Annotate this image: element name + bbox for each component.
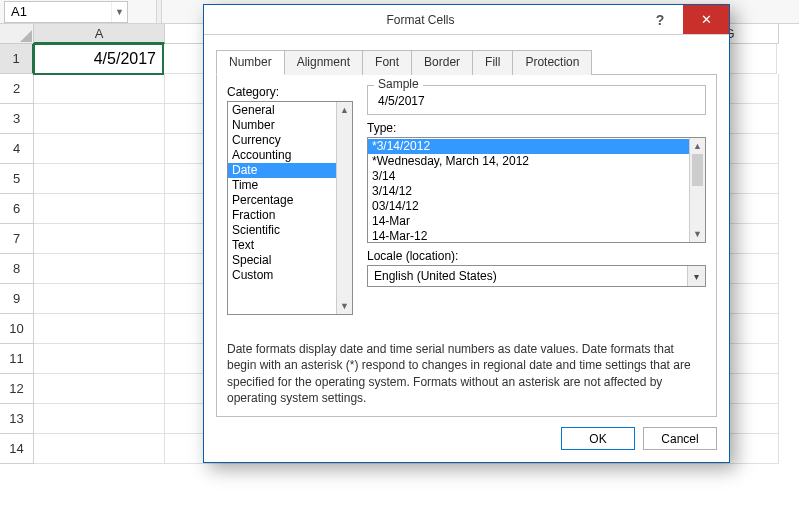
- locale-value: English (United States): [368, 269, 687, 283]
- cell[interactable]: [34, 404, 165, 434]
- list-item[interactable]: Custom: [228, 268, 336, 283]
- dialog-tabs: NumberAlignmentFontBorderFillProtection: [216, 49, 717, 74]
- cell[interactable]: [34, 344, 165, 374]
- list-item[interactable]: 14-Mar-12: [368, 229, 689, 242]
- type-listbox[interactable]: *3/14/2012*Wednesday, March 14, 20123/14…: [367, 137, 706, 243]
- row-header[interactable]: 10: [0, 314, 34, 344]
- row-header[interactable]: 14: [0, 434, 34, 464]
- dialog-titlebar[interactable]: Format Cells ? ✕: [204, 5, 729, 35]
- row-header[interactable]: 12: [0, 374, 34, 404]
- select-all-corner[interactable]: [0, 24, 34, 44]
- cancel-button[interactable]: Cancel: [643, 427, 717, 450]
- list-item[interactable]: *3/14/2012: [368, 139, 689, 154]
- row-header[interactable]: 13: [0, 404, 34, 434]
- chevron-down-icon[interactable]: ▼: [111, 2, 127, 22]
- scrollbar[interactable]: ▲ ▼: [689, 138, 705, 242]
- category-listbox[interactable]: GeneralNumberCurrencyAccountingDateTimeP…: [227, 101, 353, 315]
- list-item[interactable]: General: [228, 103, 336, 118]
- cell[interactable]: [34, 134, 165, 164]
- cell[interactable]: [34, 284, 165, 314]
- format-description: Date formats display date and time seria…: [227, 341, 706, 406]
- tab-font[interactable]: Font: [362, 50, 412, 75]
- cell[interactable]: [34, 254, 165, 284]
- list-item[interactable]: Number: [228, 118, 336, 133]
- row-header[interactable]: 4: [0, 134, 34, 164]
- list-item[interactable]: Currency: [228, 133, 336, 148]
- help-button[interactable]: ?: [637, 5, 683, 34]
- row-header[interactable]: 11: [0, 344, 34, 374]
- list-item[interactable]: Text: [228, 238, 336, 253]
- locale-label: Locale (location):: [367, 249, 706, 263]
- type-label: Type:: [367, 121, 706, 135]
- category-label: Category:: [227, 85, 353, 99]
- cell[interactable]: [34, 74, 165, 104]
- list-item[interactable]: 14-Mar: [368, 214, 689, 229]
- list-item[interactable]: Scientific: [228, 223, 336, 238]
- scroll-down-icon[interactable]: ▼: [337, 298, 352, 314]
- row-header[interactable]: 1: [0, 44, 34, 74]
- row-header[interactable]: 3: [0, 104, 34, 134]
- row-header[interactable]: 8: [0, 254, 34, 284]
- cell[interactable]: [34, 434, 165, 464]
- name-box-value: A1: [5, 4, 111, 19]
- row-header[interactable]: 7: [0, 224, 34, 254]
- list-item[interactable]: 03/14/12: [368, 199, 689, 214]
- tab-number-page: Category: GeneralNumberCurrencyAccountin…: [216, 74, 717, 417]
- scroll-down-icon[interactable]: ▼: [690, 226, 705, 242]
- cell[interactable]: [34, 374, 165, 404]
- chevron-down-icon[interactable]: ▾: [687, 266, 705, 286]
- cell[interactable]: [34, 164, 165, 194]
- scrollbar-thumb[interactable]: [692, 154, 703, 186]
- tab-number[interactable]: Number: [216, 50, 285, 75]
- list-item[interactable]: Accounting: [228, 148, 336, 163]
- row-header[interactable]: 6: [0, 194, 34, 224]
- list-item[interactable]: 3/14/12: [368, 184, 689, 199]
- list-item[interactable]: Special: [228, 253, 336, 268]
- list-item[interactable]: Time: [228, 178, 336, 193]
- close-icon: ✕: [701, 12, 712, 27]
- list-item[interactable]: *Wednesday, March 14, 2012: [368, 154, 689, 169]
- tab-border[interactable]: Border: [411, 50, 473, 75]
- sample-value: 4/5/2017: [376, 90, 697, 108]
- cell[interactable]: [34, 194, 165, 224]
- scrollbar[interactable]: ▲ ▼: [336, 102, 352, 314]
- cell[interactable]: [34, 104, 165, 134]
- row-header[interactable]: 2: [0, 74, 34, 104]
- formula-bar-divider: [156, 0, 162, 23]
- scroll-up-icon[interactable]: ▲: [690, 138, 705, 154]
- name-box[interactable]: A1 ▼: [4, 1, 128, 23]
- column-header[interactable]: A: [34, 24, 165, 44]
- tab-fill[interactable]: Fill: [472, 50, 513, 75]
- cell[interactable]: 4/5/2017: [33, 43, 164, 75]
- tab-alignment[interactable]: Alignment: [284, 50, 363, 75]
- scroll-up-icon[interactable]: ▲: [337, 102, 352, 118]
- sample-groupbox: Sample 4/5/2017: [367, 85, 706, 115]
- tab-protection[interactable]: Protection: [512, 50, 592, 75]
- list-item[interactable]: Percentage: [228, 193, 336, 208]
- cell[interactable]: [34, 314, 165, 344]
- row-header[interactable]: 9: [0, 284, 34, 314]
- list-item[interactable]: Date: [228, 163, 336, 178]
- dialog-buttons: OK Cancel: [204, 417, 729, 462]
- ok-button[interactable]: OK: [561, 427, 635, 450]
- dialog-title: Format Cells: [204, 5, 637, 34]
- close-button[interactable]: ✕: [683, 5, 729, 34]
- cell[interactable]: [34, 224, 165, 254]
- row-header[interactable]: 5: [0, 164, 34, 194]
- format-cells-dialog: Format Cells ? ✕ NumberAlignmentFontBord…: [203, 4, 730, 463]
- list-item[interactable]: 3/14: [368, 169, 689, 184]
- locale-dropdown[interactable]: English (United States) ▾: [367, 265, 706, 287]
- list-item[interactable]: Fraction: [228, 208, 336, 223]
- sample-label: Sample: [374, 77, 423, 91]
